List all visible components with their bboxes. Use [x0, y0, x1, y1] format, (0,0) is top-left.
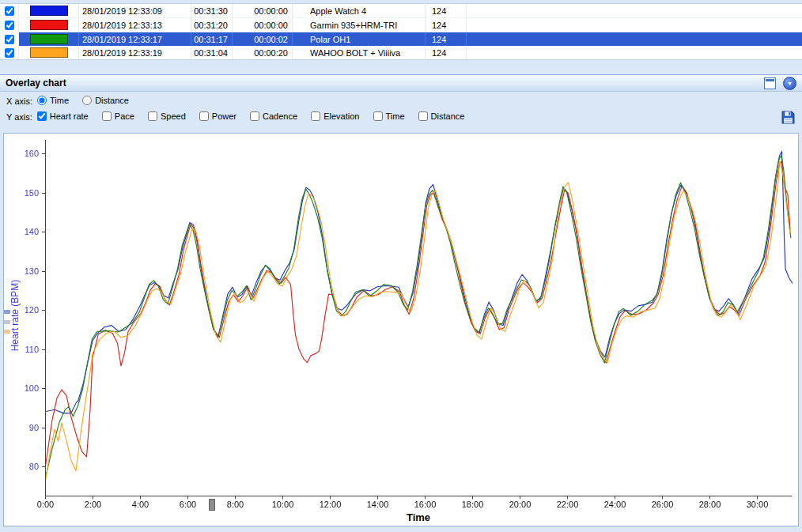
- time-scrub-handle[interactable]: [209, 499, 215, 511]
- chevron-down-icon: ▼: [787, 81, 793, 86]
- session-offset: 00:00:02: [233, 32, 293, 46]
- table-row[interactable]: 28/01/2019 12:33:19 00:31:04 00:00:20 WA…: [0, 46, 802, 59]
- session-device: Polar OH1: [293, 32, 426, 46]
- left-marker: [4, 310, 10, 314]
- checkbox-pace[interactable]: [102, 111, 112, 121]
- session-visible-checkbox[interactable]: [5, 35, 14, 44]
- floppy-icon: [781, 111, 795, 124]
- session-offset: 00:00:00: [233, 18, 293, 32]
- session-datetime: 28/01/2019 12:33:17: [79, 32, 191, 46]
- window-bar-icon: [766, 79, 774, 81]
- restore-panel-icon[interactable]: [764, 77, 776, 89]
- overlay-chart-header: Overlay chart ▼: [0, 74, 802, 92]
- x-axis-label: X axis:: [6, 96, 32, 106]
- radio-distance[interactable]: [82, 96, 92, 105]
- overlay-chart-canvas[interactable]: [4, 134, 798, 511]
- checkbox-heart-rate[interactable]: [37, 111, 47, 121]
- session-duration: 00:31:04: [191, 46, 233, 59]
- x-axis-row: X axis: Time Distance: [6, 96, 140, 107]
- color-swatch: [30, 20, 68, 30]
- session-duration: 00:31:20: [191, 18, 233, 32]
- checkbox-elevation[interactable]: [311, 111, 320, 121]
- y-axis-row: Y axis: Heart rate Pace Speed Power Cade…: [6, 111, 475, 123]
- left-marker: [4, 330, 10, 334]
- session-device: Garmin 935+HRM-TRI: [293, 18, 426, 32]
- table-row[interactable]: 28/01/2019 12:33:13 00:31:20 00:00:00 Ga…: [0, 18, 802, 32]
- checkbox-time[interactable]: [373, 111, 383, 121]
- checkbox-distance[interactable]: [418, 111, 428, 121]
- session-offset: 00:00:20: [233, 46, 293, 59]
- session-duration: 00:31:17: [191, 32, 233, 46]
- checkbox-cadence[interactable]: [250, 111, 259, 121]
- y-axis-label: Y axis:: [6, 112, 32, 122]
- session-duration: 00:31:30: [191, 4, 233, 17]
- checkbox-speed[interactable]: [148, 111, 157, 121]
- session-value: 124: [426, 18, 467, 32]
- y-axis-title: Heart rate (BPM): [9, 264, 21, 367]
- save-chart-button[interactable]: [780, 109, 796, 125]
- session-value: 124: [426, 32, 467, 46]
- collapse-panel-button[interactable]: ▼: [783, 77, 796, 90]
- chart-controls: X axis: Time Distance Y axis: Heart rate…: [0, 93, 802, 133]
- session-visible-checkbox[interactable]: [5, 6, 14, 16]
- app-window: 28/01/2019 12:33:09 00:31:30 00:00:00 Ap…: [0, 0, 802, 532]
- radio-time[interactable]: [37, 96, 47, 105]
- session-offset: 00:00:00: [233, 4, 293, 17]
- session-visible-checkbox[interactable]: [5, 48, 14, 58]
- checkbox-power[interactable]: [199, 111, 209, 121]
- table-row[interactable]: 28/01/2019 12:33:17 00:31:17 00:00:02 Po…: [0, 32, 802, 46]
- x-axis-options: Time Distance: [37, 96, 140, 107]
- header-icons: ▼: [764, 77, 796, 90]
- y-axis-options: Heart rate Pace Speed Power Cadence Elev…: [37, 111, 476, 123]
- table-row[interactable]: 28/01/2019 12:33:09 00:31:30 00:00:00 Ap…: [0, 4, 802, 18]
- session-device: WAHOO BOLT + Viiiiva: [293, 46, 426, 59]
- session-device: Apple Watch 4: [293, 4, 426, 17]
- chart-panel: Heart rate (BPM) Time: [3, 133, 799, 526]
- session-value: 124: [426, 4, 467, 17]
- sessions-table: 28/01/2019 12:33:09 00:31:30 00:00:00 Ap…: [0, 3, 802, 60]
- panel-title: Overlay chart: [6, 77, 66, 89]
- left-marker: [4, 320, 10, 324]
- color-swatch: [30, 34, 68, 44]
- x-axis-title: Time: [45, 511, 792, 523]
- color-swatch: [30, 6, 68, 16]
- session-datetime: 28/01/2019 12:33:13: [79, 18, 191, 32]
- session-datetime: 28/01/2019 12:33:09: [79, 4, 191, 17]
- session-datetime: 28/01/2019 12:33:19: [79, 46, 191, 59]
- session-visible-checkbox[interactable]: [5, 21, 14, 30]
- color-swatch: [30, 47, 68, 58]
- session-value: 124: [426, 46, 467, 59]
